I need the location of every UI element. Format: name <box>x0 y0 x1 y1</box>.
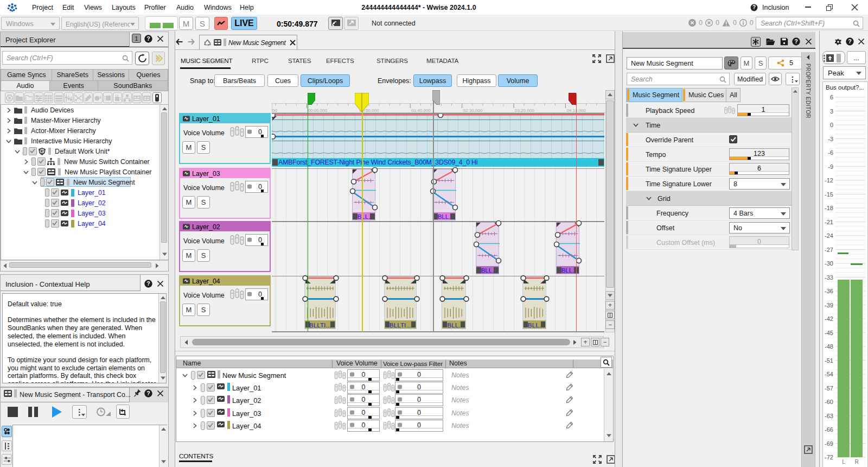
svg-text:?: ? <box>146 35 150 42</box>
svg-text:?: ? <box>848 38 852 45</box>
svg-text:?: ? <box>146 390 150 396</box>
svg-text:?: ? <box>752 4 756 10</box>
svg-text:?: ? <box>146 280 150 287</box>
svg-text:?: ? <box>794 38 798 45</box>
